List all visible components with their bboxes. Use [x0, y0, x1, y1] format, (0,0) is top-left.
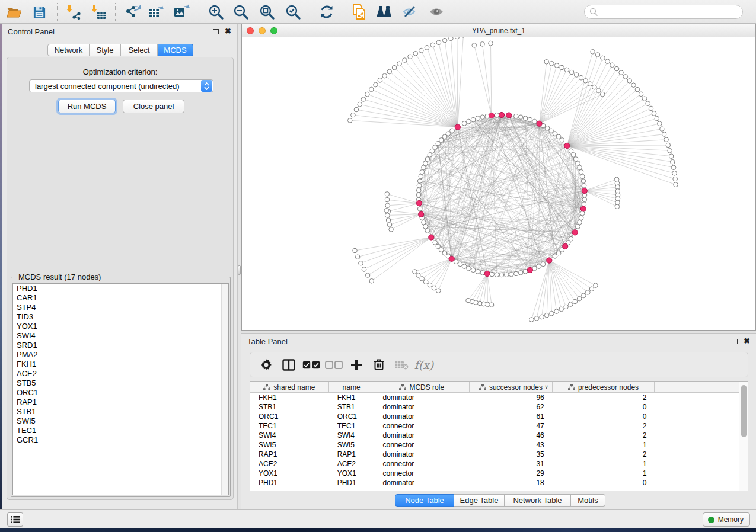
add-column-icon[interactable] [345, 359, 368, 371]
close-panel-icon[interactable]: ✖ [744, 338, 750, 344]
scrollbar-thumb[interactable] [741, 385, 747, 437]
table-row[interactable]: PHD1PHD1dominator180 [250, 478, 739, 488]
window-minimize-icon[interactable] [259, 27, 266, 34]
table-row[interactable]: YOX1YOX1connector291 [250, 469, 739, 478]
splitter-grip[interactable] [238, 265, 241, 275]
column-header-successor-nodes[interactable]: successor nodes∨ [470, 382, 553, 393]
mcds-hub-node [419, 211, 424, 217]
export-image-icon[interactable] [171, 2, 192, 22]
mcds-result-item[interactable]: TEC1 [13, 426, 228, 435]
mcds-result-item[interactable]: YOX1 [13, 322, 228, 331]
tab-network[interactable]: Network [47, 44, 90, 56]
search-input[interactable] [584, 5, 743, 19]
mcds-result-item[interactable]: TID3 [13, 312, 228, 322]
zoom-in-icon[interactable] [205, 2, 227, 22]
window-close-icon[interactable] [247, 27, 254, 34]
float-panel-icon[interactable] [213, 29, 219, 34]
column-header-MCDS-role[interactable]: MCDS role [374, 382, 470, 393]
mcds-result-item[interactable]: SWI5 [13, 416, 228, 426]
settings-gear-icon[interactable] [255, 359, 277, 371]
export-table-icon[interactable] [146, 2, 167, 22]
network-node [578, 165, 582, 170]
deselect-all-icon[interactable] [323, 361, 345, 369]
table-cell: SWI4 [329, 431, 375, 440]
refresh-layout-icon[interactable] [316, 2, 337, 22]
network-view-titlebar[interactable]: YPA_prune.txt_1 [242, 24, 755, 37]
zoom-out-icon[interactable] [230, 2, 251, 22]
table-row[interactable]: RAP1RAP1dominator352 [250, 450, 739, 459]
tab-motifs[interactable]: Motifs [571, 494, 605, 507]
function-builder-icon[interactable]: f(x) [413, 358, 435, 371]
column-header-predecessor-nodes[interactable]: predecessor nodes [553, 382, 655, 393]
column-header-shared-name[interactable]: shared name [250, 382, 329, 393]
import-table-icon[interactable] [88, 2, 109, 22]
network-node [544, 313, 549, 318]
mcds-result-item[interactable]: STB1 [13, 407, 228, 416]
table-scrollbar[interactable] [739, 382, 748, 491]
network-node [417, 179, 422, 184]
mcds-result-item[interactable]: CAR1 [13, 293, 228, 303]
column-view-icon[interactable] [277, 359, 300, 371]
table-row[interactable]: SWI5SWI5connector431 [250, 440, 739, 450]
close-panel-icon[interactable]: ✖ [225, 28, 231, 34]
memory-button[interactable]: Memory [703, 512, 750, 527]
show-all-icon[interactable] [426, 2, 447, 22]
tab-style[interactable]: Style [90, 44, 121, 56]
task-history-button[interactable] [7, 512, 23, 527]
mcds-result-item[interactable]: PHD1 [13, 284, 228, 293]
sort-chevron-icon[interactable]: ∨ [544, 384, 548, 390]
run-mcds-button[interactable]: Run MCDS [58, 100, 116, 113]
close-panel-button[interactable]: Close panel [123, 100, 184, 113]
vertical-splitter[interactable] [237, 24, 241, 509]
mcds-list-scrollbar[interactable] [221, 284, 228, 495]
network-node [660, 127, 665, 132]
mcds-result-item[interactable]: RAP1 [13, 398, 228, 407]
tab-select[interactable]: Select [121, 44, 158, 56]
save-session-icon[interactable] [28, 2, 50, 22]
mcds-result-list[interactable]: PHD1CAR1STP4TID3YOX1SWI4SRD1PMA2FKH1ACE2… [12, 283, 229, 495]
table-row[interactable]: SWI4SWI4dominator462 [250, 431, 739, 440]
mcds-result-item[interactable]: FKH1 [13, 360, 228, 369]
mcds-result-item[interactable]: STP4 [13, 303, 228, 312]
window-zoom-icon[interactable] [270, 27, 277, 34]
mcds-result-item[interactable]: SRD1 [13, 341, 228, 350]
network-edge [567, 146, 671, 156]
export-network-icon[interactable] [122, 2, 143, 22]
mcds-result-item[interactable]: GCR1 [13, 435, 228, 445]
table-row[interactable]: FKH1FKH1dominator962 [250, 393, 739, 402]
table-cell: 0 [553, 412, 655, 421]
open-file-icon[interactable] [4, 2, 25, 22]
tab-edge-table[interactable]: Edge Table [454, 494, 505, 507]
mcds-result-item[interactable]: STB5 [13, 379, 228, 388]
delete-table-icon[interactable] [390, 360, 413, 370]
table-row[interactable]: STB1STB1dominator620 [250, 402, 739, 412]
zoom-fit-icon[interactable] [256, 2, 277, 22]
tab-mcds[interactable]: MCDS [158, 44, 193, 56]
mcds-result-item[interactable]: SWI4 [13, 331, 228, 341]
import-network-icon[interactable] [63, 2, 84, 22]
binoculars-icon[interactable] [374, 2, 395, 22]
mcds-result-item[interactable]: ORC1 [13, 388, 228, 398]
network-node [580, 174, 585, 179]
table-cell: 18 [470, 478, 553, 488]
table-row[interactable]: ACE2ACE2connector311 [250, 459, 739, 469]
network-canvas-svg[interactable] [242, 37, 755, 330]
tab-node-table[interactable]: Node Table [395, 494, 454, 507]
network-node [361, 97, 366, 102]
zoom-selected-icon[interactable] [282, 2, 304, 22]
tab-network-table[interactable]: Network Table [505, 494, 571, 507]
hide-selected-icon[interactable] [400, 2, 421, 22]
document-share-icon[interactable] [349, 2, 370, 22]
mcds-result-item[interactable]: ACE2 [13, 369, 228, 379]
table-row[interactable]: ORC1ORC1dominator610 [250, 412, 739, 421]
select-all-icon[interactable] [300, 361, 323, 369]
column-header-name[interactable]: name [329, 382, 375, 393]
table-cell: 0 [553, 478, 655, 488]
float-panel-icon[interactable] [732, 339, 738, 344]
toolbar-separator [199, 3, 199, 21]
delete-column-icon[interactable] [368, 358, 390, 371]
mcds-result-item[interactable]: PMA2 [13, 350, 228, 360]
optimization-criterion-select[interactable]: largest connected component (undirected) [29, 79, 213, 92]
table-row[interactable]: TEC1TEC1connector472 [250, 421, 739, 431]
column-header-empty[interactable] [655, 382, 739, 393]
